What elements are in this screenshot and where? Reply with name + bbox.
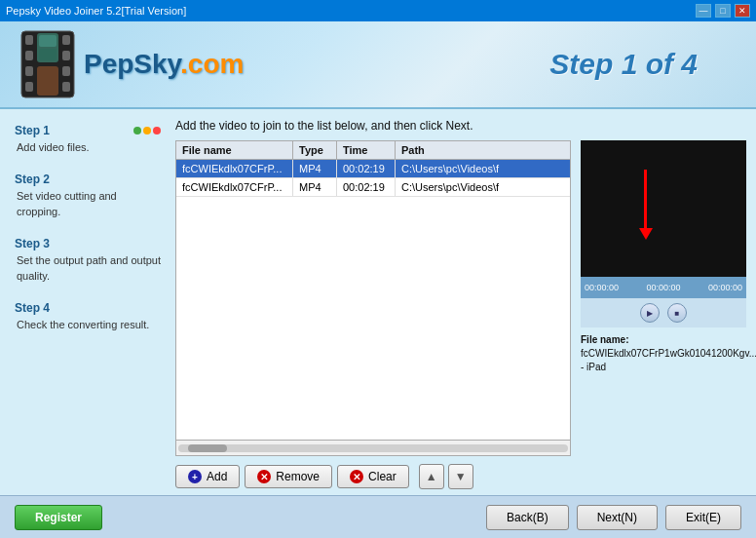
- time-mid: 00:00:00: [646, 283, 680, 292]
- dot-green: [133, 127, 141, 134]
- sidebar-step-4: Step 4 Check the converting result.: [15, 301, 161, 332]
- clear-button[interactable]: ✕ Clear: [337, 465, 409, 488]
- files-and-preview: File name Type Time Path fcCWIEkdlx07CFr…: [175, 140, 746, 495]
- stop-button[interactable]: ■: [667, 303, 687, 323]
- svg-rect-12: [39, 49, 57, 60]
- table-body[interactable]: fcCWIEkdlx07CFrP... MP4 00:02:19 C:\User…: [176, 160, 570, 440]
- step4-header: Step 4: [15, 301, 161, 315]
- main-container: PepSky.com Step 1 of 4 Step 1 Add video …: [0, 21, 756, 538]
- dot-orange: [143, 127, 151, 134]
- header: PepSky.com Step 1 of 4: [0, 21, 756, 109]
- svg-rect-4: [25, 82, 33, 92]
- scrollbar-thumb[interactable]: [188, 444, 227, 452]
- step3-desc: Set the output path and output quality.: [15, 253, 161, 284]
- window-title: Pepsky Video Joiner 5.2[Trial Version]: [6, 5, 186, 17]
- svg-rect-1: [25, 35, 33, 45]
- logo-text: PepSky.com: [84, 49, 244, 80]
- cell-path-1: C:\Users\pc\Videos\f: [396, 160, 570, 177]
- file-table: File name Type Time Path fcCWIEkdlx07CFr…: [175, 140, 571, 456]
- step2-desc: Set video cutting and cropping.: [15, 189, 161, 219]
- col-time: Time: [337, 141, 396, 159]
- film-strip-icon: [19, 29, 76, 99]
- exit-button[interactable]: Exit(E): [665, 505, 741, 530]
- col-type: Type: [293, 141, 337, 159]
- sidebar: Step 1 Add video files. Step 2 Set video…: [0, 109, 170, 495]
- step3-header: Step 3: [15, 237, 161, 250]
- step1-label: Step 1: [15, 124, 50, 137]
- cell-filename-1: fcCWIEkdlx07CFrP...: [176, 160, 293, 177]
- cell-type-1: MP4: [293, 160, 337, 177]
- dot-red: [153, 127, 161, 134]
- table-row[interactable]: fcCWIEkdlx07CFrP... MP4 00:02:19 C:\User…: [176, 178, 570, 197]
- scrollbar-track: [178, 444, 568, 452]
- register-button[interactable]: Register: [15, 505, 102, 530]
- content-area: Step 1 Add video files. Step 2 Set video…: [0, 109, 756, 495]
- add-icon: +: [188, 470, 202, 483]
- title-bar: Pepsky Video Joiner 5.2[Trial Version] —…: [0, 0, 756, 21]
- cell-path-2: C:\Users\pc\Videos\f: [396, 178, 570, 196]
- cell-time-2: 00:02:19: [337, 178, 396, 196]
- clear-icon: ✕: [350, 470, 363, 483]
- sidebar-step-3: Step 3 Set the output path and output qu…: [15, 237, 161, 284]
- logo-dot-com: .com: [180, 49, 244, 79]
- table-row[interactable]: fcCWIEkdlx07CFrP... MP4 00:02:19 C:\User…: [176, 160, 570, 178]
- main-panel: Add the video to join to the list below,…: [170, 109, 756, 495]
- svg-rect-6: [62, 51, 70, 60]
- file-info-value: fcCWIEkdlx07CFrP1wGk01041200Kgv... - iPa…: [581, 347, 746, 374]
- clear-label: Clear: [368, 470, 397, 483]
- action-buttons: + Add ✕ Remove ✕ Clear ▲: [175, 464, 571, 489]
- col-path: Path: [396, 141, 570, 159]
- title-bar-controls: — □ ✕: [696, 4, 750, 18]
- time-end: 00:00:00: [708, 283, 742, 292]
- step2-label: Step 2: [15, 173, 50, 186]
- instruction-text: Add the video to join to the list below,…: [175, 119, 746, 133]
- video-frame: [581, 140, 746, 277]
- remove-button[interactable]: ✕ Remove: [245, 465, 332, 488]
- close-button[interactable]: ✕: [735, 4, 750, 18]
- move-buttons: ▲ ▼: [419, 464, 473, 489]
- svg-rect-2: [25, 51, 33, 60]
- svg-rect-10: [37, 66, 58, 96]
- step4-label: Step 4: [15, 301, 50, 315]
- play-button[interactable]: ▶: [640, 303, 660, 323]
- remove-icon: ✕: [257, 470, 271, 483]
- svg-rect-5: [62, 35, 70, 45]
- bottom-bar: Register Back(B) Next(N) Exit(E): [0, 495, 756, 538]
- svg-rect-8: [62, 82, 70, 92]
- back-button[interactable]: Back(B): [486, 505, 569, 530]
- step4-desc: Check the converting result.: [15, 318, 161, 332]
- cell-time-1: 00:02:19: [337, 160, 396, 177]
- file-list-container: File name Type Time Path fcCWIEkdlx07CFr…: [175, 140, 571, 495]
- cell-filename-2: fcCWIEkdlx07CFrP...: [176, 178, 293, 196]
- logo-area: PepSky.com: [19, 29, 244, 99]
- sidebar-step-1: Step 1 Add video files.: [15, 124, 161, 155]
- svg-rect-11: [39, 35, 57, 47]
- step1-dots: [133, 127, 161, 134]
- arrow-head: [639, 228, 653, 240]
- cell-type-2: MP4: [293, 178, 337, 196]
- move-down-button[interactable]: ▼: [448, 464, 473, 489]
- preview-controls: ▶ ■: [581, 298, 746, 327]
- file-info: File name: fcCWIEkdlx07CFrP1wGk01041200K…: [581, 333, 746, 374]
- arrow-line: [644, 170, 647, 228]
- step3-label: Step 3: [15, 237, 50, 250]
- sidebar-step-2: Step 2 Set video cutting and cropping.: [15, 173, 161, 219]
- col-filename: File name: [176, 141, 293, 159]
- svg-rect-7: [62, 66, 70, 76]
- remove-label: Remove: [276, 470, 320, 483]
- preview-timeline: 00:00:00 00:00:00 00:00:00: [581, 277, 746, 298]
- step2-header: Step 2: [15, 173, 161, 186]
- maximize-button[interactable]: □: [715, 4, 731, 18]
- next-button[interactable]: Next(N): [577, 505, 658, 530]
- svg-rect-3: [25, 66, 33, 76]
- step1-desc: Add video files.: [15, 140, 161, 155]
- preview-panel: 00:00:00 00:00:00 00:00:00 ▶ ■ File name…: [581, 140, 746, 495]
- logo-pepsky: PepSky: [84, 49, 180, 79]
- step1-header: Step 1: [15, 124, 161, 137]
- table-header: File name Type Time Path: [176, 141, 570, 160]
- move-up-button[interactable]: ▲: [419, 464, 444, 489]
- minimize-button[interactable]: —: [696, 4, 711, 18]
- add-button[interactable]: + Add: [175, 465, 240, 488]
- table-scrollbar[interactable]: [176, 440, 570, 455]
- time-start: 00:00:00: [585, 283, 619, 292]
